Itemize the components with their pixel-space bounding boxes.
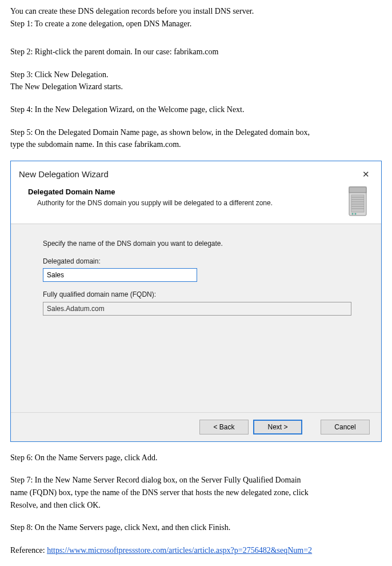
doc-step3b: The New Delegation Wizard starts. <box>10 81 382 93</box>
back-button[interactable]: < Back <box>199 420 249 435</box>
doc-step3a: Step 3: Click New Delegation. <box>10 69 382 81</box>
delegated-domain-label: Delegated domain: <box>43 257 358 266</box>
svg-point-9 <box>352 213 354 214</box>
doc-step8: Step 8: On the Name Servers page, click … <box>10 522 382 533</box>
reference-line: Reference: https://www.microsoftpresssto… <box>10 545 382 556</box>
wizard-body: Specify the name of the DNS domain you w… <box>11 224 381 412</box>
doc-step5a: Step 5: On the Delegated Domain Name pag… <box>10 127 382 138</box>
doc-intro: You can create these DNS delegation reco… <box>10 6 382 17</box>
doc-step5b: type the subdomain name. In this case fa… <box>10 139 382 150</box>
doc-step7a: Step 7: In the New Name Server Record di… <box>10 475 382 486</box>
close-icon[interactable]: ✕ <box>359 167 373 181</box>
next-button[interactable]: Next > <box>253 420 302 435</box>
wizard-header: Delegated Domain Name Authority for the … <box>11 186 381 224</box>
wizard-title-text: New Delegation Wizard <box>19 168 109 180</box>
svg-rect-1 <box>349 187 366 193</box>
doc-step1: Step 1: To create a zone delegation, ope… <box>10 18 382 30</box>
fqdn-input <box>43 302 351 316</box>
doc-step7b: name (FQDN) box, type the name of the DN… <box>10 487 382 499</box>
doc-step2: Step 2: Right-click the parent domain. I… <box>10 46 382 58</box>
wizard-heading: Delegated Domain Name <box>28 187 273 197</box>
svg-point-10 <box>355 213 357 214</box>
server-icon <box>346 186 370 218</box>
fqdn-label: Fully qualified domain name (FQDN): <box>43 290 358 300</box>
doc-step7c: Resolve, and then click OK. <box>10 500 382 511</box>
doc-step6: Step 6: On the Name Servers page, click … <box>10 452 382 464</box>
doc-step4: Step 4: In the New Delegation Wizard, on… <box>10 104 382 115</box>
wizard-titlebar: New Delegation Wizard ✕ <box>11 161 381 186</box>
cancel-button[interactable]: Cancel <box>321 420 370 435</box>
wizard-window: New Delegation Wizard ✕ Delegated Domain… <box>10 161 382 442</box>
wizard-footer: < Back Next > Cancel <box>11 412 381 441</box>
delegated-domain-input[interactable] <box>43 268 197 282</box>
reference-link[interactable]: https://www.microsoftpressstore.com/arti… <box>47 546 312 555</box>
wizard-subheading: Authority for the DNS domain you supply … <box>28 198 273 208</box>
reference-label: Reference: <box>10 546 47 555</box>
wizard-instruction: Specify the name of the DNS domain you w… <box>43 239 358 249</box>
